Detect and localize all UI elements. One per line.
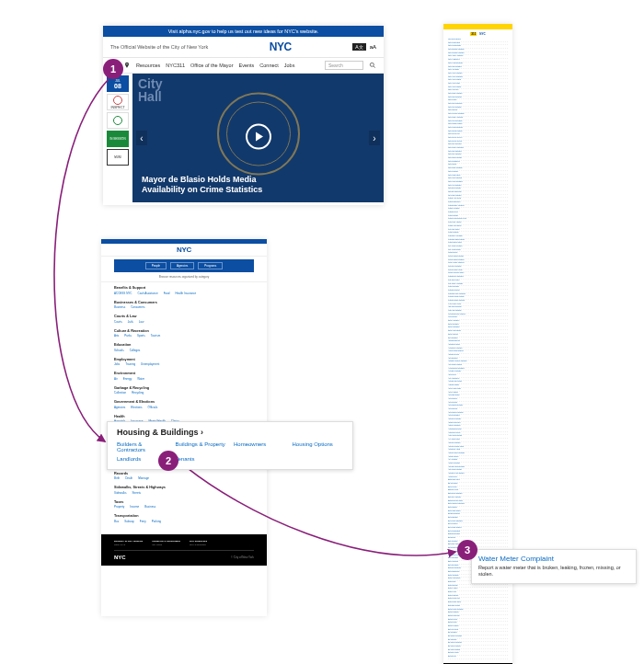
category-links: CourtsJailsLaw <box>114 320 254 324</box>
language-toggle[interactable]: A文 <box>352 43 365 51</box>
list-item[interactable]: Business Tax <box>448 656 508 659</box>
category-link[interactable]: Streets <box>132 491 142 495</box>
category-title[interactable]: Sidewalks, Streets & Highways <box>114 486 254 489</box>
category-title[interactable]: Culture & Recreation <box>114 329 254 333</box>
category-link[interactable]: Law <box>139 320 144 324</box>
nav-mayor[interactable]: Office of the Mayor <box>190 63 233 68</box>
category-link[interactable]: Jails <box>128 320 133 324</box>
nav-resources[interactable]: Resources <box>136 63 160 68</box>
nyc-logo[interactable]: NYC <box>114 555 126 560</box>
footer-columns: Directory of City Agencies Notify NYC Co… <box>114 540 254 551</box>
category-link[interactable]: Death <box>125 476 132 480</box>
category-title[interactable]: Transportation <box>114 514 254 518</box>
category-link[interactable]: Elections <box>131 406 142 409</box>
tab-agencies[interactable]: Agencies <box>170 262 194 269</box>
category-title[interactable]: Education <box>114 343 254 347</box>
category-title[interactable]: Employment <box>114 358 254 361</box>
category-title[interactable]: Health <box>114 415 254 418</box>
category-link[interactable]: Unemployment <box>141 362 159 366</box>
circle-icon <box>113 116 122 125</box>
category-title[interactable]: Records <box>114 472 254 475</box>
category-link[interactable]: ACCESS NYC <box>114 292 132 295</box>
category-title[interactable]: Garbage & Recycling <box>114 386 254 390</box>
play-icon[interactable] <box>246 124 271 150</box>
tab-people[interactable]: People <box>145 262 167 269</box>
category-title[interactable]: Courts & Law <box>114 315 254 318</box>
link-homeowners[interactable]: Homeowners <box>234 441 285 452</box>
topbar: The Official Website of the City of New … <box>103 37 384 58</box>
category-title[interactable]: Taxes <box>114 500 254 504</box>
category-link[interactable]: Cash Assistance <box>138 292 158 295</box>
category-link[interactable]: Sports <box>137 334 145 338</box>
category-link[interactable]: Ferry <box>140 520 146 523</box>
p2-topbar: NYC <box>101 244 267 257</box>
text-size-toggle[interactable]: aA <box>370 44 376 50</box>
search-input[interactable]: Search <box>325 61 363 70</box>
nyc-logo[interactable]: NYC <box>479 32 485 36</box>
side-muni-tile[interactable]: MUNI <box>107 149 129 166</box>
link-housing-options[interactable]: Housing Options <box>293 441 344 452</box>
nyc-logo[interactable]: NYC <box>270 40 292 53</box>
category-title[interactable]: Businesses & Consumers <box>114 301 254 304</box>
category-link[interactable]: Collection <box>114 391 126 395</box>
category-link[interactable]: Marriage <box>138 476 149 480</box>
category-title[interactable]: Environment <box>114 372 254 375</box>
category-link[interactable]: Agencies <box>114 406 125 409</box>
carousel-prev-icon[interactable]: ‹ <box>136 131 147 145</box>
category-link[interactable]: Recycling <box>132 391 144 395</box>
category-link[interactable]: Bus <box>114 520 119 523</box>
footer-col-1: Directory of City Agencies Notify NYC <box>114 540 143 546</box>
category-link[interactable]: Tourism <box>151 334 161 338</box>
category-link[interactable]: Courts <box>114 320 122 324</box>
category-link[interactable]: Parking <box>152 520 161 523</box>
callout3-title[interactable]: Water Meter Complaint <box>478 555 629 563</box>
category-title[interactable]: Benefits & Support <box>114 286 254 290</box>
category-link[interactable]: Sidewalks <box>114 491 127 495</box>
p2-category-list: Benefits & SupportACCESS NYCCash Assista… <box>101 282 267 534</box>
link-builders-contractors[interactable]: Builders & Contractors <box>117 441 168 452</box>
category-link[interactable]: Officials <box>148 406 158 409</box>
side-inspect-tile[interactable]: INSPECT <box>107 94 129 110</box>
category-link[interactable]: Energy <box>123 377 132 381</box>
category-link[interactable]: Food <box>164 292 170 295</box>
category-link[interactable]: Subway <box>124 520 134 523</box>
side-date-day: 08 <box>114 83 121 89</box>
link-buildings-property[interactable]: Buildings & Property <box>176 441 227 452</box>
category-link[interactable]: Consumers <box>131 305 144 309</box>
category-link[interactable]: Business <box>114 305 125 309</box>
alpha-banner[interactable]: Visit alpha.nyc.gov to help us test out … <box>103 26 384 37</box>
svg-line-1 <box>374 66 375 68</box>
badge-311[interactable]: 311 <box>470 32 477 36</box>
callout-housing-buildings: Housing & Buildings › Builders & Contrac… <box>107 421 353 470</box>
nav-connect[interactable]: Connect <box>259 63 279 68</box>
category-link[interactable]: Property <box>114 505 124 509</box>
category-link[interactable]: Water <box>137 377 144 381</box>
category-title[interactable]: Government & Elections <box>114 400 254 404</box>
map-pin-icon[interactable] <box>123 62 131 70</box>
callout2-links: Builders & Contractors Buildings & Prope… <box>117 441 343 462</box>
category-link[interactable]: Arts <box>114 334 119 338</box>
category-link[interactable]: Income <box>130 505 139 509</box>
category-link[interactable]: Training <box>125 362 135 366</box>
nyc-logo[interactable]: NYC <box>177 246 191 254</box>
nav-nyc311[interactable]: NYC311 <box>166 63 185 68</box>
category-link[interactable]: Health Insurance <box>176 292 197 295</box>
tab-programs[interactable]: Programs <box>198 262 223 269</box>
hero-slide[interactable]: City Hall Mayor de Blasio Holds Media Av… <box>132 74 384 202</box>
link-tenants[interactable]: Tenants <box>176 456 227 462</box>
nav-events[interactable]: Events <box>238 63 254 68</box>
category-link[interactable]: Birth <box>114 476 120 480</box>
category-link[interactable]: Parks <box>124 334 132 338</box>
side-session-tile[interactable]: IN SESSION <box>107 131 129 147</box>
category-links: SchoolsColleges <box>114 349 254 352</box>
carousel-next-icon[interactable]: › <box>369 131 380 145</box>
side-tile-3[interactable] <box>107 112 129 129</box>
nav-jobs[interactable]: Jobs <box>284 63 295 68</box>
category-link[interactable]: Colleges <box>130 349 141 352</box>
category-link[interactable]: Air <box>114 377 118 381</box>
category-link[interactable]: Jobs <box>114 362 120 366</box>
category-link[interactable]: Business <box>144 505 155 509</box>
category-link[interactable]: Schools <box>114 349 124 352</box>
search-icon[interactable] <box>369 62 376 70</box>
category-block: Courts & LawCourtsJailsLaw <box>114 315 254 324</box>
